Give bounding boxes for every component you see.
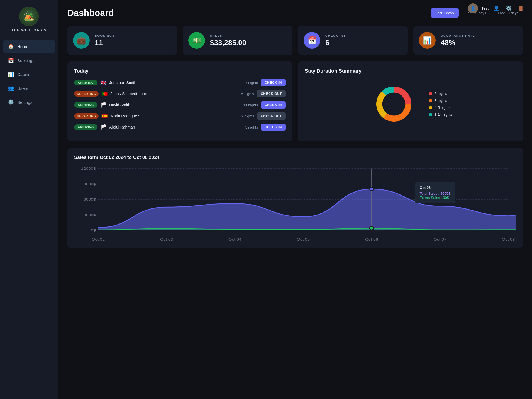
guest-name: Maria Rodriguez: [110, 114, 235, 118]
flag-icon: 🇬🇧: [100, 80, 106, 86]
legend-dot: [429, 92, 432, 95]
donut-legend: 2 nights 3 nights 4-5 nights 8-14 nights: [429, 92, 452, 117]
sidebar-item-settings-label: Settings: [17, 100, 32, 105]
top-user-bar: 👤 Test 👤 ⚙️ 🚪: [468, 3, 525, 13]
action-button[interactable]: CHECK OUT: [257, 90, 286, 97]
donut-segment: [376, 91, 387, 118]
today-row: DEPARTING 🇵🇹 Jonas Schmedtmann 5 nights …: [74, 90, 286, 97]
stat-card-checkins: 📅 CHECK INS 6: [298, 26, 408, 55]
nights-text: 7 nights: [241, 81, 258, 85]
legend-item: 2 nights: [429, 92, 452, 96]
legend-dot: [429, 113, 432, 116]
sales-label: SALES: [210, 34, 246, 37]
action-button[interactable]: CHECK IN: [261, 101, 286, 109]
today-row: DEPARTING 🇪🇸 Maria Rodriguez 2 nights CH…: [74, 112, 286, 120]
checkins-icon-circle: 📅: [304, 32, 320, 49]
sidebar-item-cabins-label: Cabins: [17, 72, 30, 77]
action-button[interactable]: CHECK IN: [261, 79, 286, 86]
stat-info-sales: SALES $33,285.00: [210, 34, 246, 47]
time-filter-7days[interactable]: Last 7 days: [431, 8, 459, 18]
calendar-icon: 📅: [8, 57, 14, 63]
user-name: Test: [481, 6, 489, 11]
status-badge: DEPARTING: [74, 91, 99, 97]
status-badge: ARRIVING: [74, 102, 97, 108]
flag-icon: 🏳️: [100, 102, 106, 108]
user-icon[interactable]: 👤: [492, 4, 501, 13]
y-axis-label: 6000$: [84, 198, 96, 201]
x-axis-label: Oct 03: [160, 237, 173, 241]
stay-duration-title: Stay Duration Summary: [305, 68, 516, 74]
cabins-icon: 📊: [8, 71, 14, 77]
legend-dot: [429, 99, 432, 102]
action-button[interactable]: CHECK OUT: [257, 112, 286, 120]
guest-name: David Smith: [109, 103, 238, 107]
stay-duration-card: Stay Duration Summary 2 nights 3 nights …: [298, 61, 523, 141]
logout-icon[interactable]: 🚪: [516, 4, 525, 13]
occupancy-label: OCCUPANCY RATE: [441, 34, 475, 37]
legend-label: 2 nights: [435, 92, 447, 96]
sales-value: $33,285.00: [210, 38, 246, 47]
x-axis-label: Oct 07: [433, 237, 446, 241]
logo-area: 🏕️ THE WILD OASIS: [11, 7, 47, 32]
donut-segment: [384, 104, 411, 122]
today-title: Today: [74, 68, 286, 74]
status-badge: ARRIVING: [74, 80, 97, 85]
app-name: THE WILD OASIS: [11, 28, 47, 32]
user-avatar: 👤: [468, 3, 478, 13]
stat-card-occupancy: 📊 OCCUPANCY RATE 48%: [413, 26, 523, 55]
sidebar-item-bookings[interactable]: 📅 Bookings: [3, 54, 55, 67]
today-row: ARRIVING 🏳️ David Smith 11 nights CHECK …: [74, 101, 286, 109]
occupancy-value: 48%: [441, 38, 475, 47]
main-nav: 🏠 Home 📅 Bookings 📊 Cabins 👥 Users ⚙️ Se…: [0, 40, 58, 110]
bookings-value: 11: [95, 38, 115, 47]
x-axis-label: Oct 06: [365, 237, 378, 241]
stat-card-bookings: 💼 BOOKINGS 11: [67, 26, 177, 55]
nights-text: 11 nights: [241, 103, 258, 107]
x-axis-label: Oct 05: [297, 237, 310, 241]
sidebar-item-bookings-label: Bookings: [17, 58, 35, 63]
logo-icon: 🏕️: [19, 7, 39, 26]
sidebar-item-users-label: Users: [17, 86, 28, 91]
stat-card-sales: 💵 SALES $33,285.00: [183, 26, 292, 55]
bookings-icon-circle: 💼: [73, 32, 90, 49]
sidebar-item-users[interactable]: 👥 Users: [3, 82, 55, 95]
guest-name: Jonathan Smith: [109, 80, 238, 85]
legend-label: 4-5 nights: [435, 105, 450, 110]
legend-dot: [429, 106, 432, 109]
legend-label: 3 nights: [435, 98, 447, 103]
x-axis-label: Oct 04: [228, 237, 241, 241]
middle-section: Today ARRIVING 🇬🇧 Jonathan Smith 7 night…: [67, 61, 523, 141]
sidebar: 🏕️ THE WILD OASIS 🏠 Home 📅 Bookings 📊 Ca…: [0, 0, 58, 399]
today-card: Today ARRIVING 🇬🇧 Jonathan Smith 7 night…: [67, 61, 292, 141]
total-sales-area: [98, 173, 516, 230]
page-title: Dashboard: [67, 8, 114, 18]
legend-label: 8-14 nights: [435, 112, 452, 117]
occupancy-icon-circle: 📊: [419, 32, 436, 49]
stat-info-occupancy: OCCUPANCY RATE 48%: [441, 34, 475, 47]
status-badge: ARRIVING: [74, 124, 97, 130]
action-button[interactable]: CHECK IN: [261, 124, 286, 131]
legend-item: 8-14 nights: [429, 112, 452, 117]
stat-info-bookings: BOOKINGS 11: [95, 34, 115, 47]
guest-name: Jonas Schmedtmann: [110, 92, 235, 96]
x-axis-label: Oct 02: [92, 237, 105, 241]
stat-info-checkins: CHECK INS 6: [325, 34, 346, 47]
donut-chart: [369, 79, 419, 129]
home-icon: 🏠: [8, 43, 14, 50]
flag-icon: 🇵🇹: [101, 91, 108, 97]
sidebar-item-settings[interactable]: ⚙️ Settings: [3, 96, 55, 109]
nights-text: 5 nights: [241, 125, 258, 129]
total-dot: [370, 188, 374, 191]
guest-name: Abdul Rahman: [109, 125, 238, 129]
sidebar-item-cabins[interactable]: 📊 Cabins: [3, 68, 55, 81]
legend-item: 3 nights: [429, 98, 452, 103]
main-content: Dashboard Last 7 days Last 30 days Last …: [58, 0, 532, 399]
legend-item: 4-5 nights: [429, 105, 452, 110]
y-axis-label: 0$: [91, 228, 96, 232]
page-header: Dashboard Last 7 days Last 30 days Last …: [67, 8, 523, 18]
settings-icon[interactable]: ⚙️: [504, 4, 513, 13]
stat-cards: 💼 BOOKINGS 11 💵 SALES $33,285.00 📅 CHECK…: [67, 26, 523, 55]
sidebar-item-home[interactable]: 🏠 Home: [3, 40, 55, 53]
gear-icon: ⚙️: [8, 99, 14, 105]
sales-chart-card: Sales form Oct 02 2024 to Oct 08 2024 0$…: [67, 148, 523, 248]
